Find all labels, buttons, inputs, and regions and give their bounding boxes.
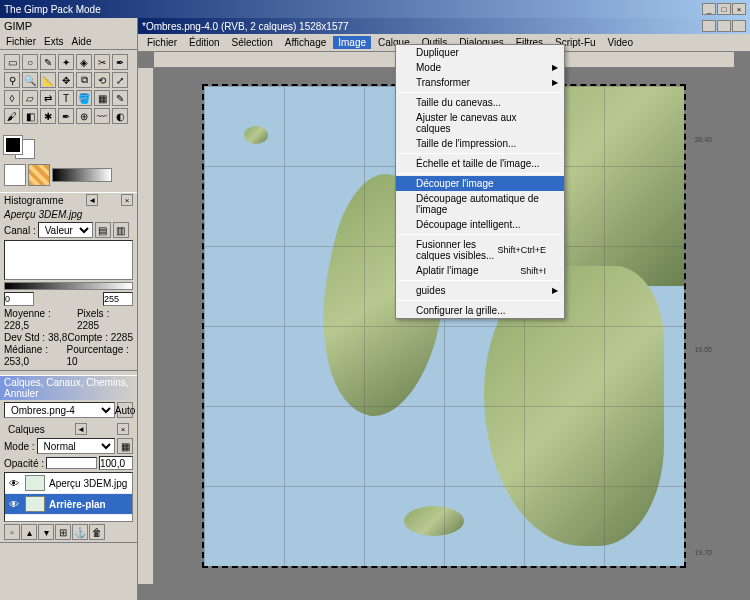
tool-blend[interactable]: ▦ xyxy=(94,90,110,106)
tool-perspective[interactable]: ▱ xyxy=(22,90,38,106)
menu-item-flatten[interactable]: Aplatir l'imageShift+I xyxy=(396,263,564,278)
layer-row[interactable]: 👁 Aperçu 3DEM.jpg xyxy=(5,473,132,494)
tool-flip[interactable]: ⇄ xyxy=(40,90,56,106)
active-brush[interactable] xyxy=(4,164,26,186)
tool-airbrush[interactable]: ✱ xyxy=(40,108,56,124)
layers-menu-icon[interactable]: ◄ xyxy=(75,423,87,435)
lock-alpha-icon[interactable]: ▦ xyxy=(117,438,133,454)
app-title: The Gimp Pack Mode xyxy=(4,4,101,15)
menu-help[interactable]: Aide xyxy=(71,36,91,47)
toolbox-title: GIMP xyxy=(0,18,137,34)
histogram-log-icon[interactable]: ▥ xyxy=(113,222,129,238)
menu-item-transform[interactable]: Transformer▶ xyxy=(396,75,564,90)
anchor-layer-icon[interactable]: ⚓ xyxy=(72,524,88,540)
tool-bucket[interactable]: 🪣 xyxy=(76,90,92,106)
menu-file[interactable]: Fichier xyxy=(6,36,36,47)
tool-crop[interactable]: ⧉ xyxy=(76,72,92,88)
active-gradient[interactable] xyxy=(52,168,112,182)
foreground-color[interactable] xyxy=(4,136,22,154)
tool-smudge[interactable]: 〰 xyxy=(94,108,110,124)
tool-brush[interactable]: 🖌 xyxy=(4,108,20,124)
layers-close-icon[interactable]: × xyxy=(117,423,129,435)
menu-selection[interactable]: Sélection xyxy=(227,36,278,49)
doc-minimize-button[interactable] xyxy=(702,20,716,32)
menu-video[interactable]: Video xyxy=(603,36,638,49)
maximize-button[interactable]: □ xyxy=(717,3,731,15)
tool-rectangle-select[interactable]: ▭ xyxy=(4,54,20,70)
tool-clone[interactable]: ⊕ xyxy=(76,108,92,124)
menu-item-scale-image[interactable]: Échelle et taille de l'image... xyxy=(396,156,564,171)
active-pattern[interactable] xyxy=(28,164,50,186)
document-titlebar: *Ombres.png-4.0 (RVB, 2 calques) 1528x15… xyxy=(138,18,750,34)
histogram-title: Histogramme xyxy=(4,195,63,206)
visibility-icon[interactable]: 👁 xyxy=(7,476,21,490)
menu-affichage[interactable]: Affichage xyxy=(280,36,332,49)
new-layer-icon[interactable]: ▫ xyxy=(4,524,20,540)
menu-item-zealous-crop[interactable]: Découpage intelligent... xyxy=(396,217,564,232)
doc-close-button[interactable] xyxy=(732,20,746,32)
lower-layer-icon[interactable]: ▾ xyxy=(38,524,54,540)
tool-scale[interactable]: ⤢ xyxy=(112,72,128,88)
tool-measure[interactable]: 📐 xyxy=(40,72,56,88)
tool-pencil[interactable]: ✎ xyxy=(112,90,128,106)
opacity-input[interactable] xyxy=(99,456,133,470)
menu-separator xyxy=(398,280,562,281)
visibility-icon[interactable]: 👁 xyxy=(7,497,21,511)
menu-item-mode[interactable]: Mode▶ xyxy=(396,60,564,75)
image-selector[interactable]: Ombres.png-4 xyxy=(4,402,115,418)
layers-tab[interactable]: Calques xyxy=(8,424,45,435)
menu-image[interactable]: Image xyxy=(333,36,371,49)
menu-item-merge-visible[interactable]: Fusionner les calques visibles...Shift+C… xyxy=(396,237,564,263)
channel-select[interactable]: Valeur xyxy=(38,222,93,238)
menu-item-duplicate[interactable]: Dupliquer xyxy=(396,45,564,60)
tool-picker[interactable]: ⚲ xyxy=(4,72,20,88)
opacity-slider[interactable] xyxy=(46,457,97,469)
raise-layer-icon[interactable]: ▴ xyxy=(21,524,37,540)
menu-item-configure-grid[interactable]: Configurer la grille... xyxy=(396,303,564,318)
menu-edition[interactable]: Édition xyxy=(184,36,225,49)
tool-free-select[interactable]: ✎ xyxy=(40,54,56,70)
opacity-label: Opacité : xyxy=(4,458,44,469)
tool-text[interactable]: T xyxy=(58,90,74,106)
tool-fuzzy-select[interactable]: ✦ xyxy=(58,54,74,70)
delete-layer-icon[interactable]: 🗑 xyxy=(89,524,105,540)
layer-thumbnail xyxy=(25,475,45,491)
doc-maximize-button[interactable] xyxy=(717,20,731,32)
histogram-display xyxy=(4,240,133,280)
menu-item-guides[interactable]: guides▶ xyxy=(396,283,564,298)
terrain-shape xyxy=(244,126,268,144)
layers-dock: Calques, Canaux, Chemins, Annuler Ombres… xyxy=(0,375,137,543)
submenu-arrow-icon: ▶ xyxy=(552,286,558,295)
range-min-input[interactable] xyxy=(4,292,34,306)
menu-item-autocrop[interactable]: Découpage automatique de l'image xyxy=(396,191,564,217)
layer-row[interactable]: 👁 Arrière-plan xyxy=(5,494,132,515)
tool-shear[interactable]: ◊ xyxy=(4,90,20,106)
tool-eraser[interactable]: ◧ xyxy=(22,108,38,124)
tool-scissors[interactable]: ✂ xyxy=(94,54,110,70)
layers-dock-title: Calques, Canaux, Chemins, Annuler xyxy=(4,377,133,399)
tool-ellipse-select[interactable]: ○ xyxy=(22,54,38,70)
tool-zoom[interactable]: 🔍 xyxy=(22,72,38,88)
range-max-input[interactable] xyxy=(103,292,133,306)
tool-paths[interactable]: ✒ xyxy=(112,54,128,70)
tool-dodge[interactable]: ◐ xyxy=(112,108,128,124)
tool-ink[interactable]: ✒ xyxy=(58,108,74,124)
duplicate-layer-icon[interactable]: ⊞ xyxy=(55,524,71,540)
histogram-linear-icon[interactable]: ▤ xyxy=(95,222,111,238)
menu-fichier[interactable]: Fichier xyxy=(142,36,182,49)
menu-exts[interactable]: Exts xyxy=(44,36,63,47)
close-button[interactable]: × xyxy=(732,3,746,15)
tool-rotate[interactable]: ⟲ xyxy=(94,72,110,88)
menu-item-print-size[interactable]: Taille de l'impression... xyxy=(396,136,564,151)
minimize-button[interactable]: _ xyxy=(702,3,716,15)
mode-select[interactable]: Normal xyxy=(37,438,115,454)
tool-color-select[interactable]: ◈ xyxy=(76,54,92,70)
histogram-close[interactable]: ◄ xyxy=(86,194,98,206)
menu-item-canvas-size[interactable]: Taille du canevas... xyxy=(396,95,564,110)
menu-item-fit-canvas[interactable]: Ajuster le canevas aux calques xyxy=(396,110,564,136)
auto-button[interactable]: Auto xyxy=(117,402,133,418)
tool-move[interactable]: ✥ xyxy=(58,72,74,88)
histogram-close-x[interactable]: × xyxy=(121,194,133,206)
coordinate-label: 19.70 xyxy=(694,549,712,556)
menu-item-crop-image[interactable]: Découper l'image xyxy=(396,176,564,191)
